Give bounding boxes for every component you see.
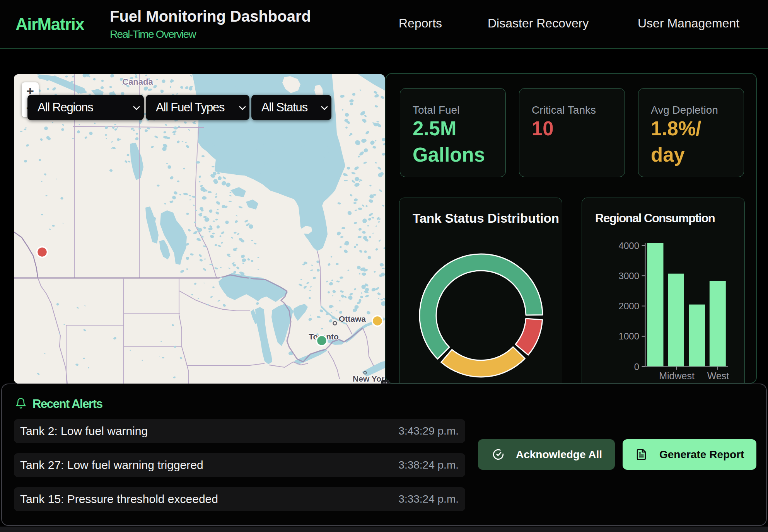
svg-text:3000: 3000: [619, 271, 639, 281]
svg-text:0: 0: [634, 361, 639, 372]
svg-text:New York: New York: [353, 374, 385, 383]
svg-text:2000: 2000: [619, 301, 639, 311]
svg-text:4000: 4000: [619, 240, 639, 251]
svg-text:West: West: [707, 370, 729, 381]
svg-text:Canada: Canada: [122, 77, 153, 87]
svg-text:Ottawa: Ottawa: [339, 314, 366, 323]
svg-text:1000: 1000: [619, 331, 639, 341]
svg-text:Midwest: Midwest: [659, 370, 695, 381]
